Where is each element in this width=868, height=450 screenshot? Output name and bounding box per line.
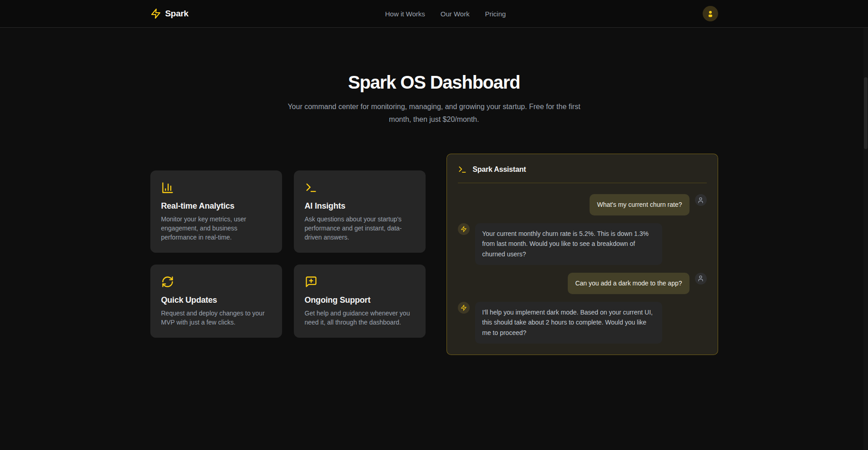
user-icon	[697, 197, 704, 204]
user-icon	[706, 10, 714, 18]
feature-card-ongoing-support: Ongoing Support Get help and guidance wh…	[294, 265, 426, 338]
spark-assistant-panel: Spark Assistant What's my current churn …	[446, 154, 718, 355]
terminal-icon	[458, 165, 467, 174]
terminal-icon	[305, 181, 415, 194]
page-title: Spark OS Dashboard	[0, 71, 868, 93]
user-icon	[697, 275, 704, 282]
assistant-message-avatar	[458, 302, 470, 314]
zap-icon	[461, 226, 467, 232]
feature-title: AI Insights	[305, 201, 415, 211]
brand-logo[interactable]: Spark	[150, 8, 188, 19]
assistant-panel-header: Spark Assistant	[458, 165, 707, 174]
feature-description: Ask questions about your startup's perfo…	[305, 215, 415, 242]
refresh-icon	[161, 275, 271, 288]
assistant-message-bubble: I'll help you implement dark mode. Based…	[475, 302, 662, 344]
feature-description: Get help and guidance whenever you need …	[305, 309, 415, 327]
assistant-message-bubble: Your current monthly churn rate is 5.2%.…	[475, 223, 662, 265]
assistant-panel-title: Spark Assistant	[473, 165, 526, 174]
chat-message-assistant: I'll help you implement dark mode. Based…	[458, 302, 707, 344]
bar-chart-icon	[161, 181, 271, 194]
zap-icon	[150, 8, 161, 19]
feature-title: Ongoing Support	[305, 295, 415, 305]
main-content: Real-time Analytics Monitor your key met…	[150, 154, 718, 355]
nav-link-how-it-works[interactable]: How it Works	[385, 10, 425, 18]
chat-messages: What's my current churn rate? Your curre…	[458, 194, 707, 344]
user-message-bubble: What's my current churn rate?	[590, 194, 689, 215]
top-nav: Spark How it Works Our Work Pricing	[0, 0, 868, 28]
chat-message-user: What's my current churn rate?	[458, 194, 707, 215]
panel-divider	[458, 183, 707, 183]
user-message-avatar	[695, 194, 707, 206]
feature-title: Quick Updates	[161, 295, 271, 305]
feature-description: Request and deploy changes to your MVP w…	[161, 309, 271, 327]
message-square-plus-icon	[305, 275, 415, 288]
nav-link-our-work[interactable]: Our Work	[441, 10, 470, 18]
brand-name: Spark	[165, 9, 188, 19]
feature-title: Real-time Analytics	[161, 201, 271, 211]
nav-container: Spark How it Works Our Work Pricing	[150, 0, 718, 27]
nav-link-pricing[interactable]: Pricing	[485, 10, 506, 18]
feature-card-quick-updates: Quick Updates Request and deploy changes…	[150, 265, 282, 338]
scrollbar-thumb[interactable]	[864, 77, 868, 149]
feature-card-analytics: Real-time Analytics Monitor your key met…	[150, 170, 282, 253]
hero-section: Spark OS Dashboard Your command center f…	[0, 28, 868, 126]
nav-links: How it Works Our Work Pricing	[385, 10, 506, 18]
scrollbar-track[interactable]	[863, 0, 868, 450]
user-message-avatar	[695, 273, 707, 285]
feature-description: Monitor your key metrics, user engagemen…	[161, 215, 271, 242]
chat-message-user: Can you add a dark mode to the app?	[458, 273, 707, 294]
chat-message-assistant: Your current monthly churn rate is 5.2%.…	[458, 223, 707, 265]
user-message-bubble: Can you add a dark mode to the app?	[568, 273, 689, 294]
assistant-message-avatar	[458, 223, 470, 235]
user-avatar-button[interactable]	[703, 6, 718, 21]
zap-icon	[461, 305, 467, 311]
feature-grid: Real-time Analytics Monitor your key met…	[150, 170, 426, 338]
feature-card-ai-insights: AI Insights Ask questions about your sta…	[294, 170, 426, 253]
page-subtitle: Your command center for monitoring, mana…	[278, 100, 591, 126]
